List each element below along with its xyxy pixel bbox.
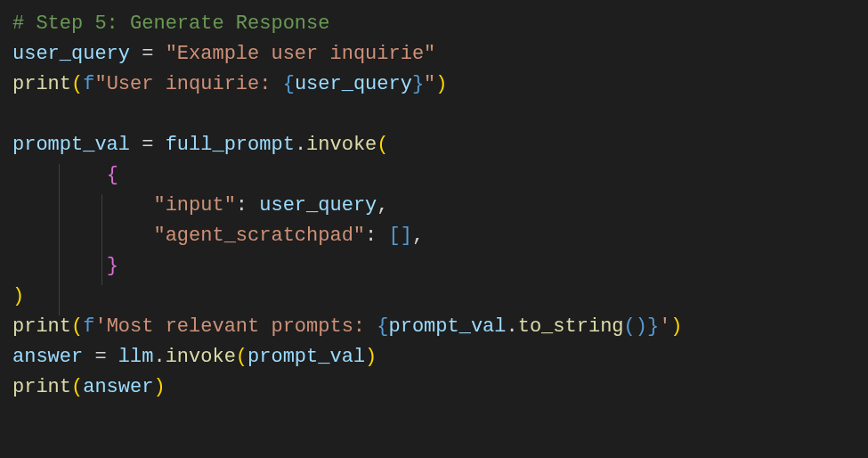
variable: answer	[12, 346, 83, 368]
paren-close: )	[636, 315, 647, 338]
object: full_prompt	[166, 134, 295, 156]
builtin-func: print	[12, 315, 71, 338]
paren-close: )	[435, 73, 447, 95]
indent	[12, 225, 153, 247]
brace-close: }	[107, 255, 118, 277]
paren-close: )	[365, 346, 377, 368]
paren-close: )	[12, 285, 24, 307]
string-quote: "	[94, 73, 106, 95]
variable: user_query	[259, 194, 377, 217]
brace-open: {	[107, 164, 118, 186]
code-line: }	[12, 255, 118, 277]
bracket-open: [	[388, 225, 400, 247]
code-line: prompt_val = full_prompt.invoke(	[12, 134, 389, 156]
fstring-brace: }	[647, 315, 659, 338]
paren-close: )	[153, 376, 165, 398]
object: prompt_val	[388, 315, 506, 338]
code-line: )	[12, 285, 24, 307]
paren-close: )	[670, 315, 682, 338]
code-line: answer = llm.invoke(prompt_val)	[12, 346, 377, 368]
indent	[12, 194, 153, 217]
dict-key: "input"	[153, 194, 235, 217]
dot: .	[295, 134, 306, 156]
variable: user_query	[295, 73, 412, 95]
fstring-brace: }	[412, 73, 424, 95]
fstring-brace: {	[283, 73, 295, 95]
paren-open: (	[624, 315, 636, 338]
colon: :	[236, 194, 259, 217]
comma: ,	[377, 194, 388, 217]
method: to_string	[518, 315, 624, 338]
code-editor[interactable]: # Step 5: Generate Response user_query =…	[0, 0, 868, 412]
method: invoke	[166, 346, 236, 368]
code-line: # Step 5: Generate Response	[12, 12, 329, 35]
dot: .	[507, 315, 518, 338]
string-literal: User inquirie:	[107, 73, 283, 95]
operator: =	[83, 346, 118, 368]
code-line: print(f"User inquirie: {user_query}")	[12, 73, 448, 95]
code-line	[12, 103, 24, 126]
code-line: "agent_scratchpad": [],	[12, 225, 424, 247]
code-line: "input": user_query,	[12, 194, 389, 217]
operator: =	[130, 43, 166, 65]
paren-open: (	[377, 134, 388, 156]
paren-open: (	[71, 315, 83, 338]
code-line: {	[12, 164, 118, 186]
string-quote: '	[94, 315, 106, 338]
variable: prompt_val	[12, 134, 130, 156]
bracket-close: ]	[401, 225, 412, 247]
code-line: user_query = "Example user inquirie"	[12, 43, 435, 65]
argument: answer	[83, 376, 153, 398]
builtin-func: print	[12, 73, 71, 95]
comment: # Step 5: Generate Response	[12, 12, 329, 35]
object: llm	[118, 346, 154, 368]
operator: =	[130, 134, 166, 156]
paren-open: (	[71, 376, 83, 398]
paren-open: (	[71, 73, 83, 95]
string-literal: "Example user inquirie"	[166, 43, 436, 65]
builtin-func: print	[12, 376, 71, 398]
code-line: print(answer)	[12, 376, 166, 398]
variable: user_query	[12, 43, 130, 65]
comma: ,	[412, 225, 424, 247]
string-quote: '	[659, 315, 670, 338]
code-line: print(f'Most relevant prompts: {prompt_v…	[12, 315, 683, 338]
colon: :	[365, 225, 388, 247]
fstring-prefix: f	[83, 315, 94, 338]
string-quote: "	[424, 73, 435, 95]
argument: prompt_val	[247, 346, 365, 368]
dict-key: "agent_scratchpad"	[153, 225, 365, 247]
string-literal: Most relevant prompts:	[107, 315, 377, 338]
method: invoke	[306, 134, 377, 156]
fstring-prefix: f	[83, 73, 94, 95]
fstring-brace: {	[377, 315, 388, 338]
dot: .	[153, 346, 165, 368]
paren-open: (	[236, 346, 247, 368]
